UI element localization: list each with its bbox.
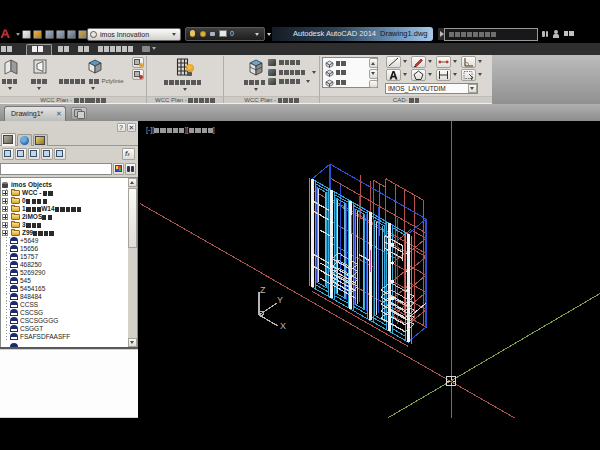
svg-text:Y: Y [277,295,283,305]
svg-text:X: X [280,321,286,331]
svg-text:Z: Z [260,285,266,295]
